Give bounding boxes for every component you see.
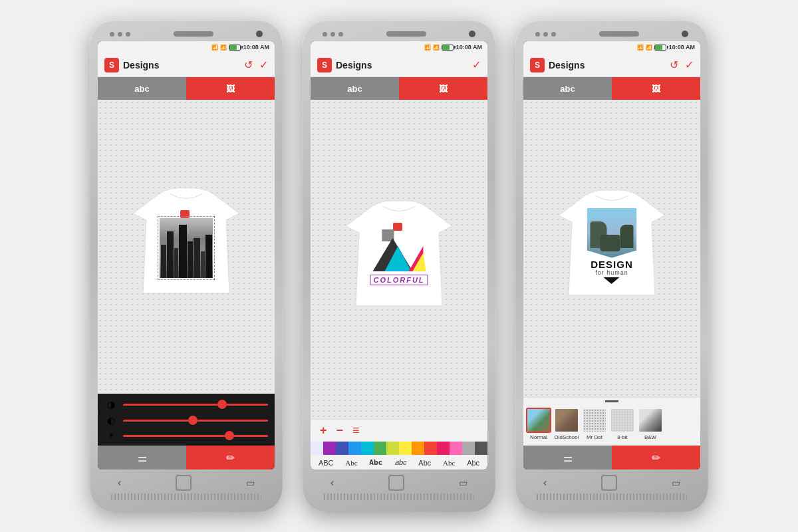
canvas-area-1[interactable]: [98, 100, 275, 394]
contrast-thumb[interactable]: [188, 416, 198, 425]
wifi-icon-3: 📶: [637, 45, 644, 51]
tshirt-2: COLORFUL: [332, 193, 466, 326]
font-bold[interactable]: Abc: [369, 458, 382, 467]
font-thin[interactable]: Abc: [467, 459, 479, 467]
image-tab-icon-3: 🖼: [652, 84, 660, 94]
contrast-control: ◐: [104, 415, 268, 426]
menu-btn-3[interactable]: ▭: [672, 477, 680, 488]
swatch-pink[interactable]: [437, 442, 450, 455]
swatch-indigo[interactable]: [336, 442, 348, 455]
text-list-btn[interactable]: ≡: [352, 424, 360, 438]
swatch-blue[interactable]: [348, 442, 361, 455]
filter-icon-3: ⚌: [563, 452, 573, 464]
filter-normal-label: Normal: [530, 434, 547, 440]
exposure-slider[interactable]: [123, 435, 268, 437]
brightness-thumb[interactable]: [217, 400, 227, 409]
text-tools-panel: + − ≡: [311, 419, 487, 442]
brightness-slider[interactable]: [123, 404, 268, 406]
filter-btn-3[interactable]: ⚌: [523, 446, 612, 469]
filter-oldschool[interactable]: OldSchool: [554, 408, 579, 440]
edit-btn-1[interactable]: ✏: [186, 446, 275, 469]
remove-text-btn[interactable]: −: [336, 424, 344, 438]
dot-3: [126, 32, 130, 37]
font-rounded[interactable]: Abc: [418, 459, 431, 467]
contrast-slider[interactable]: [123, 420, 268, 422]
filter-normal-img: [526, 408, 551, 433]
swatch-red[interactable]: [424, 442, 437, 455]
design-main: DESIGN: [591, 259, 633, 269]
exposure-thumb[interactable]: [225, 431, 234, 440]
check-icon-2[interactable]: ✓: [472, 59, 481, 71]
font-handwritten[interactable]: Abc: [443, 459, 455, 467]
time-1: 10:08 AM: [243, 44, 269, 51]
phone-speaker-bottom-1: [111, 493, 261, 500]
canvas-area-2[interactable]: COLORFUL: [311, 100, 487, 419]
filter-bw[interactable]: B&W: [638, 408, 663, 440]
swatch-purple[interactable]: [323, 442, 336, 455]
back-btn-2[interactable]: ‹: [331, 477, 334, 489]
swatch-orange[interactable]: [412, 442, 424, 455]
filter-btn-1[interactable]: ⚌: [98, 446, 186, 469]
menu-btn-2[interactable]: ▭: [459, 477, 467, 488]
status-bar-3: 📶 📶 10:08 AM: [523, 41, 700, 53]
filter-8bit[interactable]: 8-bit: [610, 408, 635, 440]
shirt-design-2: COLORFUL: [370, 228, 428, 285]
add-text-btn[interactable]: +: [320, 424, 327, 438]
dot-4: [323, 32, 327, 37]
status-icons-1: 📶 📶: [211, 45, 241, 51]
phone-speaker-top-2: [386, 31, 426, 37]
font-serif[interactable]: Abc: [345, 459, 357, 467]
app-logo-2: S: [317, 58, 332, 72]
tab-text-1[interactable]: abc: [98, 77, 186, 100]
contrast-icon: ◐: [104, 415, 118, 426]
back-btn-3[interactable]: ‹: [543, 477, 547, 489]
font-sans[interactable]: ABC: [319, 459, 334, 467]
swatch-dark[interactable]: [475, 442, 487, 455]
battery-fill-3: [655, 45, 662, 50]
filter-8bit-label: 8-bit: [617, 434, 628, 440]
filter-normal[interactable]: Normal: [526, 408, 551, 440]
filter-oldschool-img: [554, 408, 579, 433]
exposure-control: ☀: [104, 431, 268, 440]
check-icon-1[interactable]: ✓: [259, 59, 268, 71]
tab-image-2[interactable]: 🖼: [399, 77, 487, 100]
tab-image-3[interactable]: 🖼: [612, 77, 700, 100]
phone-speaker-top-3: [599, 31, 639, 37]
home-btn-2[interactable]: [388, 475, 404, 491]
dot-9: [551, 32, 556, 37]
app-bar-1: S Designs ↺ ✓: [98, 53, 275, 77]
undo-icon-3[interactable]: ↺: [670, 59, 678, 71]
font-italic[interactable]: 𝕒bc: [394, 458, 407, 467]
swatch-white[interactable]: [311, 442, 323, 455]
canvas-area-3[interactable]: DESIGN for human: [523, 100, 700, 397]
swatch-lime[interactable]: [386, 442, 399, 455]
tab-text-3[interactable]: abc: [523, 77, 612, 100]
dot-8: [543, 32, 548, 37]
back-btn-1[interactable]: ‹: [118, 477, 121, 489]
shirt-design-3: DESIGN for human: [587, 208, 637, 284]
check-icon-3[interactable]: ✓: [685, 59, 694, 71]
home-btn-1[interactable]: [176, 475, 192, 491]
phone-bottom-1: ‹ ▭: [98, 469, 275, 493]
undo-icon-1[interactable]: ↺: [244, 59, 253, 71]
swatch-cyan[interactable]: [361, 442, 374, 455]
battery-icon-2: [442, 45, 454, 51]
dot-5: [331, 32, 335, 37]
swatch-lightpink[interactable]: [450, 442, 462, 455]
tab-image-1[interactable]: 🖼: [186, 77, 275, 100]
wifi-icon-2: 📶: [424, 45, 431, 51]
swatch-gray[interactable]: [462, 442, 475, 455]
edit-btn-3[interactable]: ✏: [612, 446, 700, 469]
phone-dots-1: [110, 32, 130, 37]
phone-screen-1: 📶 📶 10:08 AM S Designs ↺ ✓ abc 🖼: [98, 41, 275, 469]
tab-text-2[interactable]: abc: [311, 77, 399, 100]
filter-mrdot[interactable]: Mr Dot: [582, 408, 607, 440]
swatch-green[interactable]: [374, 442, 386, 455]
dot-1: [110, 32, 114, 37]
menu-btn-1[interactable]: ▭: [246, 477, 255, 488]
phone-bottom-2: ‹ ▭: [311, 469, 487, 493]
color-palette: [311, 442, 487, 455]
edit-icon-3: ✏: [652, 452, 660, 464]
swatch-yellow[interactable]: [399, 442, 412, 455]
home-btn-3[interactable]: [601, 475, 617, 491]
